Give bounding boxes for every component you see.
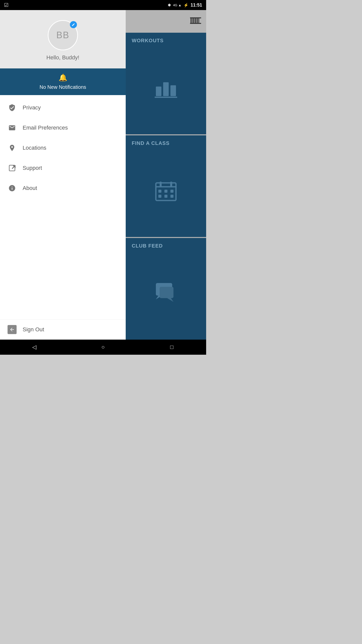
svg-rect-12 [164,190,167,193]
menu-list: Privacy Email Preferences [0,95,126,319]
email-preferences-label: Email Preferences [23,125,68,131]
locations-label: Locations [23,145,46,151]
signal-icon: 4G ▲ [173,3,182,7]
sign-out-button[interactable]: Sign Out [0,319,126,340]
app-icon: ☑ [4,2,9,8]
svg-rect-6 [155,97,177,98]
workouts-card[interactable]: WORKOUTS [126,33,206,134]
find-a-class-card[interactable]: FIND A CLASS [126,135,206,237]
sidebar-item-email-preferences[interactable]: Email Preferences [0,118,126,138]
sidebar-item-about[interactable]: About [0,178,126,198]
support-label: Support [23,165,42,171]
status-bar-left: ☑ [4,2,9,8]
workouts-icon-area [132,44,200,132]
svg-rect-16 [170,195,173,198]
svg-rect-10 [170,182,172,187]
status-bar: ☑ ✱ 4G ▲ ⚡ 11:51 [0,0,206,10]
battery-icon: ⚡ [184,3,189,8]
svg-rect-8 [156,186,176,187]
email-icon [8,123,17,132]
svg-rect-11 [158,190,161,193]
location-icon [8,143,17,152]
svg-rect-14 [158,195,161,198]
info-icon [8,184,17,193]
notification-banner: 🔔 No New Notifications [0,68,126,95]
svg-rect-13 [170,190,173,193]
find-a-class-title: FIND A CLASS [132,140,200,146]
club-feed-title: CLUB FEED [132,243,200,249]
find-a-class-icon-area [132,146,200,234]
right-panel: WORKOUTS FIND A CLASS [126,10,206,340]
avatar-initials: BB [56,30,69,41]
external-link-icon [8,164,17,173]
sidebar-item-support[interactable]: Support [0,158,126,178]
notification-text: No New Notifications [39,84,86,90]
profile-area: BB Hello, Buddy! [0,10,126,68]
club-feed-icon-area [132,249,200,337]
svg-rect-19 [160,287,173,298]
bluetooth-icon: ✱ [168,3,171,8]
bottom-nav: ◁ ○ □ [0,340,206,355]
barcode-icon [190,15,201,26]
sidebar: BB Hello, Buddy! 🔔 No New Notifications [0,10,126,340]
arrow-left-icon [9,327,15,332]
sign-out-label: Sign Out [23,326,44,333]
greeting-text: Hello, Buddy! [47,54,79,61]
status-time: 11:51 [191,3,202,8]
sign-out-icon-box [8,325,17,334]
about-label: About [23,185,37,191]
right-top-bar [126,10,206,33]
svg-rect-9 [160,182,162,187]
svg-rect-5 [170,85,176,96]
bell-icon: 🔔 [59,73,67,82]
back-button[interactable]: ◁ [27,340,42,355]
edit-profile-badge[interactable] [70,21,77,28]
chat-icon [155,282,177,304]
svg-rect-3 [156,87,161,96]
barcode-scanner-icon[interactable] [190,15,201,28]
sidebar-item-locations[interactable]: Locations [0,138,126,158]
svg-rect-4 [163,82,169,96]
cards-container: WORKOUTS FIND A CLASS [126,33,206,340]
svg-rect-1 [190,17,201,18]
recent-button[interactable]: □ [164,340,179,355]
status-bar-right: ✱ 4G ▲ ⚡ 11:51 [168,3,202,8]
privacy-label: Privacy [23,104,41,111]
home-button[interactable]: ○ [96,340,111,355]
shield-icon [8,103,17,112]
sidebar-item-privacy[interactable]: Privacy [0,98,126,118]
svg-rect-15 [164,195,167,198]
svg-rect-2 [190,23,201,24]
avatar-wrapper[interactable]: BB [48,20,78,50]
club-feed-card[interactable]: CLUB FEED [126,238,206,340]
edit-icon [72,23,75,26]
svg-marker-20 [167,298,173,302]
workouts-title: WORKOUTS [132,38,200,44]
calendar-icon [155,179,177,202]
chart-bars-icon [155,78,177,98]
